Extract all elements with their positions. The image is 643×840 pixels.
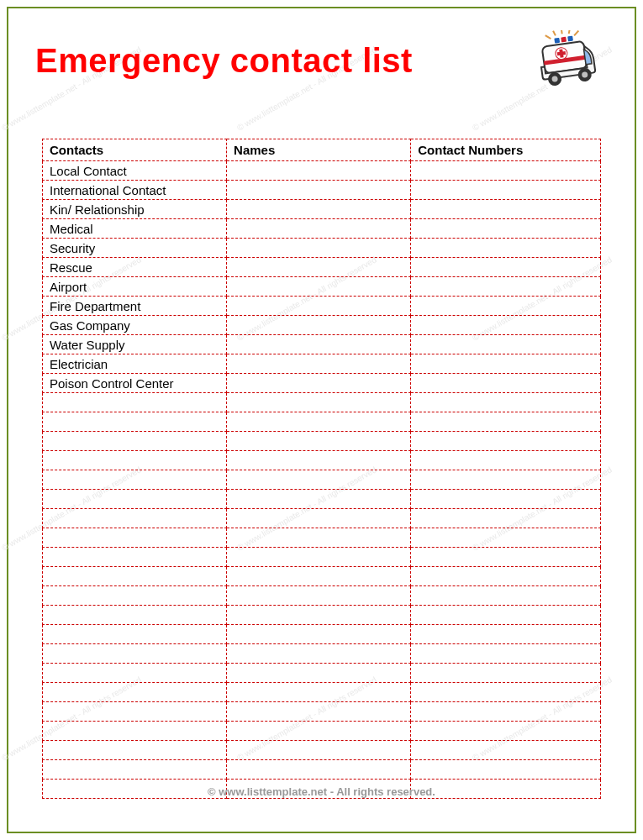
col-header-numbers: Contact Numbers (411, 139, 601, 161)
empty-cell (227, 548, 411, 567)
empty-cell (411, 702, 601, 722)
contact-table: Contacts Names Contact Numbers Local Con… (42, 139, 601, 799)
table-row: Security (43, 239, 601, 258)
empty-cell (411, 683, 601, 702)
empty-cell (43, 625, 227, 644)
empty-cell (43, 664, 227, 683)
name-cell (227, 374, 411, 393)
table-row: International Contact (43, 181, 601, 200)
table-row (43, 664, 601, 683)
number-cell (411, 335, 601, 354)
col-header-names: Names (227, 139, 411, 161)
empty-cell (43, 606, 227, 625)
number-cell (411, 374, 601, 393)
number-cell (411, 239, 601, 258)
empty-cell (227, 393, 411, 412)
empty-cell (43, 490, 227, 509)
svg-rect-7 (567, 36, 573, 42)
empty-cell (227, 606, 411, 625)
table-row (43, 702, 601, 722)
number-cell (411, 277, 601, 297)
empty-cell (43, 451, 227, 470)
table-row (43, 528, 601, 548)
empty-cell (411, 664, 601, 683)
svg-line-0 (545, 34, 551, 39)
empty-cell (411, 586, 601, 606)
table-row: Kin/ Relationship (43, 200, 601, 219)
table-row: Rescue (43, 258, 601, 277)
number-cell (411, 316, 601, 335)
contact-cell: Medical (43, 219, 227, 239)
empty-cell (411, 625, 601, 644)
empty-cell (411, 412, 601, 432)
empty-cell (227, 567, 411, 586)
empty-cell (411, 490, 601, 509)
empty-cell (43, 412, 227, 432)
table-row (43, 625, 601, 644)
table-row (43, 741, 601, 760)
empty-cell (43, 432, 227, 451)
empty-cell (411, 722, 601, 741)
table-row (43, 722, 601, 741)
empty-cell (227, 760, 411, 780)
table-row (43, 412, 601, 432)
table-row: Airport (43, 277, 601, 297)
number-cell (411, 161, 601, 181)
empty-cell (43, 393, 227, 412)
table-row (43, 567, 601, 586)
empty-cell (43, 470, 227, 490)
footer-copyright: © www.listtemplate.net - All rights rese… (8, 785, 635, 798)
page-title: Emergency contact list (35, 42, 413, 80)
svg-line-1 (553, 30, 556, 35)
empty-cell (43, 722, 227, 741)
contact-cell: Security (43, 239, 227, 258)
table-row (43, 490, 601, 509)
table-row: Fire Department (43, 297, 601, 316)
empty-cell (411, 470, 601, 490)
empty-cell (227, 625, 411, 644)
name-cell (227, 239, 411, 258)
empty-cell (43, 567, 227, 586)
table-row: Gas Company (43, 316, 601, 335)
number-cell (411, 181, 601, 200)
svg-line-4 (573, 31, 579, 36)
table-row (43, 760, 601, 780)
empty-cell (43, 760, 227, 780)
contact-cell: Kin/ Relationship (43, 200, 227, 219)
name-cell (227, 277, 411, 297)
empty-cell (43, 548, 227, 567)
empty-cell (43, 741, 227, 760)
name-cell (227, 161, 411, 181)
empty-cell (227, 490, 411, 509)
contact-cell: Fire Department (43, 297, 227, 316)
name-cell (227, 181, 411, 200)
empty-cell (411, 528, 601, 548)
col-header-contacts: Contacts (43, 139, 227, 161)
table-row: Poison Control Center (43, 374, 601, 393)
name-cell (227, 354, 411, 374)
table-row (43, 509, 601, 528)
table-row (43, 393, 601, 412)
table-row (43, 586, 601, 606)
svg-rect-5 (554, 38, 560, 44)
name-cell (227, 297, 411, 316)
empty-cell (227, 451, 411, 470)
ambulance-icon (532, 30, 599, 89)
name-cell (227, 200, 411, 219)
number-cell (411, 258, 601, 277)
page-frame: © www.listtemplate.net - All rights rese… (7, 7, 636, 833)
empty-cell (411, 393, 601, 412)
contact-cell: Local Contact (43, 161, 227, 181)
number-cell (411, 200, 601, 219)
empty-cell (227, 644, 411, 664)
empty-cell (411, 644, 601, 664)
table-row (43, 606, 601, 625)
empty-cell (227, 683, 411, 702)
empty-cell (43, 586, 227, 606)
header: Emergency contact list (35, 42, 608, 89)
empty-cell (43, 509, 227, 528)
table-row: Medical (43, 219, 601, 239)
empty-cell (411, 741, 601, 760)
table-row (43, 470, 601, 490)
empty-cell (227, 664, 411, 683)
